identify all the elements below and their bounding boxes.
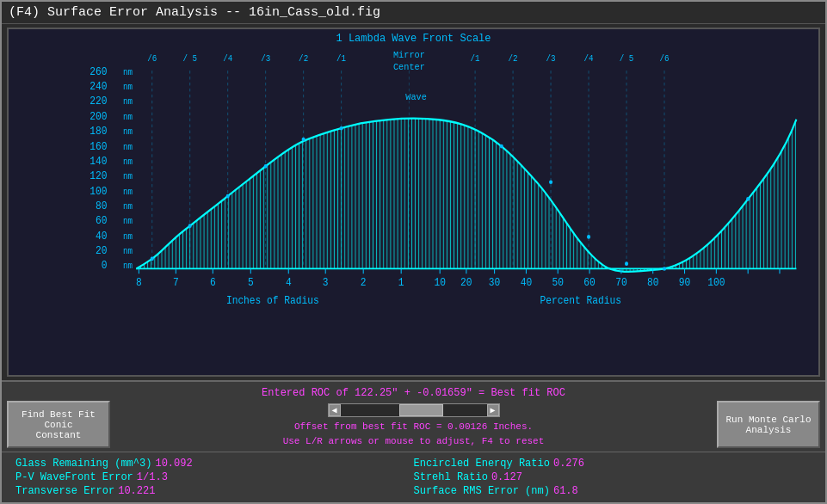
chart-title: 1 Lambda Wave Front Scale [9, 33, 818, 45]
svg-text:8: 8 [136, 277, 142, 290]
svg-text:6: 6 [210, 277, 216, 290]
pv-wavefront-stat: P-V WaveFront Error 1/1.3 [15, 471, 414, 483]
svg-text:nm: nm [123, 261, 133, 272]
encircled-label: Encircled Enerqy Ratio [414, 458, 550, 470]
svg-text:60: 60 [583, 277, 595, 290]
svg-point-109 [625, 261, 628, 266]
center-info: ◀ ▶ Offset from best fit ROC = 0.00126 I… [115, 401, 712, 448]
svg-text:5: 5 [248, 277, 254, 290]
title-bar: (F4) Surface Error Analysis -- 16in_Cass… [2, 2, 825, 24]
svg-text:nm: nm [123, 187, 133, 197]
svg-text:Percent Radius: Percent Radius [540, 294, 621, 307]
svg-text:/3: /3 [546, 53, 556, 64]
svg-text:50: 50 [552, 277, 563, 290]
svg-text:Mirror: Mirror [393, 50, 425, 61]
svg-text:260: 260 [89, 65, 107, 78]
svg-point-107 [549, 180, 552, 184]
slider-right-arrow[interactable]: ▶ [487, 404, 499, 416]
svg-text:nm: nm [123, 217, 133, 227]
strehl-value: 0.127 [491, 471, 522, 483]
transverse-value: 10.221 [118, 485, 155, 497]
svg-text:nm: nm [123, 247, 133, 257]
bottom-panel: Entered ROC of 122.25" + -0.01659" = Bes… [2, 380, 825, 502]
svg-text:/2: /2 [299, 53, 308, 64]
window-title: (F4) Surface Error Analysis -- 16in_Cass… [9, 5, 380, 20]
svg-text:/6: /6 [659, 53, 669, 64]
svg-text:/ 5: / 5 [182, 53, 197, 64]
svg-text:80: 80 [647, 277, 658, 290]
transverse-stat: Transverse Error 10.221 [15, 485, 414, 497]
chart-svg: 260 nm 240 nm 220 nm 200 nm 180 nm 160 n… [9, 45, 818, 373]
svg-text:/4: /4 [223, 53, 232, 64]
svg-point-101 [188, 224, 192, 228]
roc-adjust-line: Use L/R arrows or mouse to adjust, F4 to… [283, 436, 545, 446]
control-row: Find Best Fit Conic Constant ◀ ▶ Offset … [2, 401, 825, 452]
svg-text:120: 120 [89, 170, 107, 183]
svg-point-102 [226, 194, 230, 199]
svg-text:60: 60 [96, 215, 107, 228]
svg-text:3: 3 [323, 277, 329, 290]
svg-text:/2: /2 [509, 53, 518, 64]
svg-text:40: 40 [96, 230, 107, 243]
svg-point-106 [500, 144, 503, 149]
svg-text:240: 240 [89, 80, 107, 93]
svg-text:nm: nm [123, 231, 133, 242]
svg-text:0: 0 [102, 260, 108, 273]
svg-text:2: 2 [361, 277, 367, 290]
svg-point-110 [663, 267, 666, 271]
svg-text:20: 20 [460, 277, 472, 290]
svg-text:80: 80 [96, 200, 107, 212]
svg-text:90: 90 [679, 277, 690, 290]
transverse-label: Transverse Error [15, 485, 114, 497]
svg-point-105 [340, 126, 343, 131]
svg-text:40: 40 [521, 277, 532, 290]
svg-text:100: 100 [707, 277, 725, 290]
pv-wavefront-value: 1/1.3 [137, 471, 168, 483]
slider-thumb[interactable] [399, 404, 443, 416]
svg-point-108 [587, 235, 590, 239]
svg-text:30: 30 [489, 277, 500, 290]
slider-track[interactable] [341, 404, 487, 416]
svg-text:220: 220 [89, 95, 107, 108]
glass-remaining-value: 10.092 [155, 458, 192, 470]
svg-point-111 [746, 197, 750, 201]
svg-text:nm: nm [123, 67, 133, 77]
svg-text:200: 200 [89, 110, 107, 123]
svg-text:70: 70 [615, 277, 626, 290]
slider-container[interactable]: ◀ ▶ [328, 403, 500, 417]
svg-point-104 [302, 138, 305, 142]
find-best-fit-button[interactable]: Find Best Fit Conic Constant [7, 401, 110, 448]
svg-text:7: 7 [173, 277, 179, 290]
svg-text:100: 100 [89, 185, 107, 198]
chart-content: 260 nm 240 nm 220 nm 200 nm 180 nm 160 n… [9, 45, 818, 373]
svg-text:nm: nm [123, 202, 133, 212]
surface-rms-value: 61.8 [553, 485, 578, 497]
svg-point-103 [264, 164, 268, 169]
pv-wavefront-label: P-V WaveFront Error [15, 471, 133, 483]
glass-remaining-label: Glass Remaining (mm^3) [15, 458, 151, 470]
svg-text:Wave: Wave [405, 91, 427, 102]
svg-text:160: 160 [89, 140, 107, 153]
main-window: (F4) Surface Error Analysis -- 16in_Cass… [0, 0, 827, 504]
svg-text:20: 20 [96, 244, 107, 257]
chart-area: 1 Lambda Wave Front Scale 260 nm 240 nm … [7, 28, 820, 377]
roc-info: Entered ROC of 122.25" + -0.01659" = Bes… [2, 385, 825, 401]
strehl-stat: Strehl Ratio 0.127 [414, 471, 812, 483]
svg-text:/1: /1 [336, 53, 346, 64]
svg-text:10: 10 [434, 277, 445, 290]
svg-text:nm: nm [123, 97, 133, 108]
stats-bar: Glass Remaining (mm^3) 10.092 P-V WaveFr… [2, 452, 825, 502]
roc-offset-line: Offset from best fit ROC = 0.00126 Inche… [294, 421, 533, 432]
svg-text:180: 180 [89, 126, 107, 138]
glass-remaining-stat: Glass Remaining (mm^3) 10.092 [15, 458, 414, 470]
svg-text:nm: nm [123, 157, 133, 167]
svg-text:1: 1 [398, 277, 404, 290]
slider-left-arrow[interactable]: ◀ [329, 404, 341, 416]
run-monte-carlo-button[interactable]: Run Monte Carlo Analysis [717, 401, 820, 448]
svg-text:nm: nm [123, 127, 133, 138]
slider-row: ◀ ▶ [328, 401, 500, 420]
svg-point-100 [151, 257, 154, 261]
roc-line1: Entered ROC of 122.25" + -0.01659" = Bes… [2, 387, 825, 399]
encircled-value: 0.276 [553, 458, 584, 470]
svg-text:nm: nm [123, 172, 133, 182]
